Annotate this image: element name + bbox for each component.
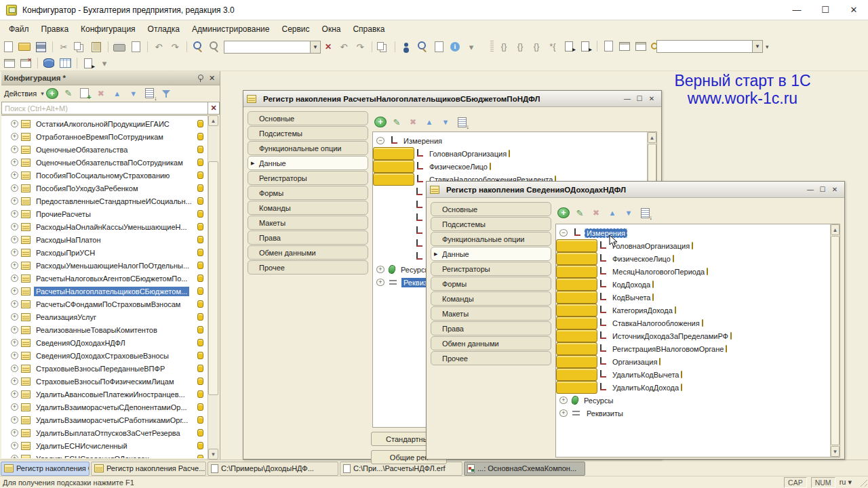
scroll-down-icon[interactable]: ▼ [831, 446, 840, 457]
expander-icon[interactable] [11, 159, 18, 166]
dialog-tab[interactable]: Данные [431, 247, 551, 261]
tree-item[interactable]: РасходыУменьшающиеНалогПоОтдельны... [1, 259, 208, 272]
expander-icon[interactable] [11, 262, 18, 269]
tree-item[interactable]: РасходыНаПлатон [1, 233, 208, 246]
tree-item[interactable]: УдалитьЕСНСведенияОДоходах [1, 452, 208, 458]
debug-target-combobox[interactable] [656, 40, 753, 53]
delete-icon[interactable]: ✖ [94, 87, 108, 100]
dialog-titlebar[interactable]: Регистр накопления СведенияОДоходахНДФЛ … [427, 182, 844, 198]
expander-icon[interactable] [11, 442, 18, 449]
panel-header[interactable]: Конфигурация * ✕ [1, 71, 220, 85]
tree-item[interactable]: РегистрацияВНалоговомОргане [556, 342, 597, 355]
search-in-modules-icon[interactable] [415, 40, 430, 54]
scroll-down-icon[interactable]: ▼ [208, 449, 218, 460]
open-file-icon[interactable] [17, 40, 32, 54]
menu-item[interactable]: Сервис [275, 20, 315, 38]
menu-item[interactable]: Файл [3, 20, 35, 38]
expander-icon[interactable] [11, 455, 18, 458]
tree-item[interactable]: УдалитьКодДохода [556, 381, 597, 394]
tree-item[interactable]: УдалитьВзаиморасчетыСРаботникамиОрг... [1, 413, 208, 426]
toolbar-overflow-icon[interactable]: ▾ [766, 43, 769, 50]
procedures-list-icon[interactable] [431, 40, 446, 54]
panel-close-icon[interactable]: ✕ [207, 73, 217, 83]
move-down-icon[interactable]: ▼ [126, 87, 141, 100]
close-button[interactable]: ✕ [840, 2, 868, 18]
expander-icon[interactable] [11, 378, 18, 385]
dialog-tab[interactable]: Подсистемы [431, 217, 551, 231]
dialog-tab[interactable]: Прочее [248, 260, 368, 274]
syntax-check-icon[interactable] [399, 40, 414, 54]
tree-item[interactable]: РеализованныеТоварыКомитентов [1, 323, 208, 336]
dialog-tab[interactable]: Макеты [431, 306, 551, 321]
expander-icon[interactable] [11, 365, 18, 372]
watch-window-icon[interactable] [633, 39, 648, 53]
tree-item[interactable]: РасчетыНалоговыхАгентовСБюджетомПо... [1, 272, 208, 285]
dialog-tab[interactable]: Прочее [431, 351, 551, 365]
expander-icon[interactable] [11, 403, 18, 411]
dialog-tab[interactable]: Формы [431, 277, 551, 291]
tree-item[interactable]: ГоловнаяОрганизация [556, 239, 597, 252]
tree-item[interactable]: РеализацияУслуг [1, 310, 208, 323]
tree-item[interactable]: Ресурсы [556, 394, 840, 407]
window-panel-icon[interactable] [2, 56, 17, 70]
edit-icon[interactable]: ✎ [389, 115, 404, 129]
tree-item[interactable]: УдалитьКодВычета [556, 368, 597, 381]
dialog-tab[interactable]: Основные [431, 202, 551, 216]
expander-icon[interactable] [11, 313, 18, 321]
find-icon[interactable] [191, 40, 205, 54]
dialog-tree-scrollbar[interactable]: ▲ ▼ [830, 224, 840, 457]
dialog-tab[interactable]: Функциональные опции [431, 232, 551, 246]
expander-icon[interactable] [11, 171, 18, 179]
dialog-tab[interactable]: Макеты [248, 216, 368, 230]
undo-icon[interactable]: ↶ [151, 40, 166, 54]
expander-icon[interactable] [11, 390, 18, 398]
expander-icon[interactable] [559, 409, 568, 417]
expander-icon[interactable] [11, 120, 18, 127]
tree-item[interactable]: ОценочныеОбязательства [1, 143, 208, 156]
dialog-tab[interactable]: Команды [248, 201, 368, 215]
expander-icon[interactable] [11, 300, 18, 308]
menu-item[interactable]: Правка [35, 20, 75, 38]
call-stack-icon[interactable] [617, 39, 632, 53]
evaluate-expression-icon[interactable] [601, 39, 616, 53]
copy-fragment-icon[interactable] [376, 40, 391, 54]
expander-icon[interactable] [559, 229, 568, 237]
dialog-tab[interactable]: Обмен данными [431, 336, 551, 350]
dialog-tab[interactable]: Данные [248, 156, 368, 170]
find-next-icon[interactable]: ↷ [353, 40, 368, 54]
close-window-icon[interactable] [18, 56, 33, 70]
redo-icon[interactable]: ↷ [167, 40, 182, 54]
move-up-icon[interactable]: ▲ [605, 206, 620, 220]
expander-icon[interactable] [11, 416, 18, 424]
expander-icon[interactable] [11, 133, 18, 140]
sort-icon[interactable] [142, 87, 157, 100]
tree-item[interactable]: УдалитьВыплатаОтпусковЗаСчетРезерва [1, 426, 208, 439]
exit-configuration-icon[interactable] [81, 56, 96, 70]
scrollbar-thumb[interactable] [208, 161, 218, 395]
continue-debug-icon[interactable] [561, 39, 576, 53]
tree-item[interactable]: РасходыПриУСН [1, 246, 208, 259]
dialog-tab[interactable]: Обмен данными [248, 245, 368, 260]
tree-item[interactable]: РасходыНаОнлайнКассыУменьшающиеН... [1, 220, 208, 233]
menu-item[interactable]: Отладка [142, 20, 186, 38]
sort-icon[interactable] [637, 206, 652, 220]
pin-icon[interactable] [196, 74, 204, 82]
filter-icon[interactable] [159, 87, 174, 100]
tree-item[interactable]: ГоловнаяОрганизация [373, 147, 414, 160]
edit-icon[interactable]: ✎ [61, 87, 76, 100]
search-clear-icon[interactable]: ✕ [208, 102, 220, 115]
expander-icon[interactable] [11, 326, 18, 333]
debug-combobox-dropdown-icon[interactable]: ▼ [753, 40, 763, 53]
tree-item[interactable]: РасчетыНалогоплательщиковСБюджетом... [1, 285, 208, 298]
dialog-tab[interactable]: Функциональные опции [248, 141, 368, 155]
tree-item[interactable]: СтавкаНалогообложения [556, 317, 597, 329]
tree-item[interactable]: ОтработанноеВремяПоСотрудникам [1, 130, 208, 143]
run-to-cursor-icon[interactable]: *{ [545, 39, 560, 53]
scroll-up-icon[interactable]: ▲ [648, 132, 656, 143]
tree-item[interactable]: Измерения [373, 134, 656, 147]
expander-icon[interactable] [11, 429, 18, 436]
minimize-button[interactable]: — [783, 2, 811, 18]
global-search-icon[interactable] [207, 40, 222, 54]
expander-icon[interactable] [11, 352, 18, 359]
tree-item[interactable]: Измерения [556, 226, 840, 239]
